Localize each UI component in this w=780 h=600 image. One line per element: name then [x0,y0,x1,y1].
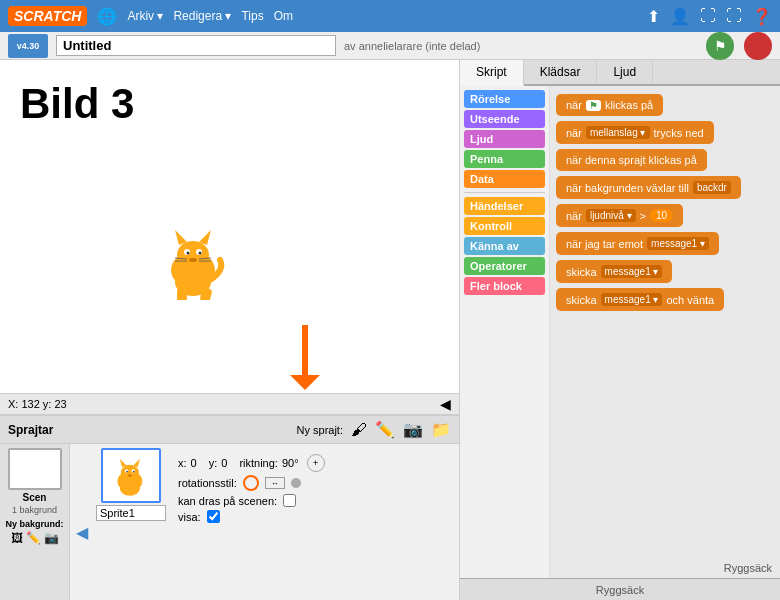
backpack-bottom-label[interactable]: Ryggsäck [724,562,772,574]
svg-point-1 [177,241,209,269]
drag-row: kan dras på scenen: [178,494,325,507]
drag-checkbox[interactable] [283,494,296,507]
tab-script[interactable]: Skript [460,60,524,86]
categories-panel: Rörelse Utseende Ljud Penna Data Händels… [460,86,550,578]
rotation-none-btn[interactable] [291,478,301,488]
bg-photo-icon[interactable]: 📷 [44,531,59,545]
photo-sprite-icon[interactable]: 📷 [403,420,423,439]
scene-panel: Scen 1 bakgrund Ny bakgrund: 🖼 ✏️ 📷 [0,444,70,600]
block-sprite-click[interactable]: när denna sprajt klickas på [556,149,707,171]
rotation-circle-btn[interactable] [243,475,259,491]
coords-display: X: 132 y: 23 [8,398,67,410]
cat-penna[interactable]: Penna [464,150,545,168]
paint-sprite-icon[interactable]: 🖌 [351,421,367,439]
blocks-panel: Rörelse Utseende Ljud Penna Data Händels… [460,86,780,578]
block-send-text: skicka [566,266,597,278]
globe-icon[interactable]: 🌐 [97,7,117,26]
block-send-wait-suffix: och vänta [666,294,714,306]
cat-kontroll[interactable]: Kontroll [464,217,545,235]
rotation-lr-btn[interactable]: ↔ [265,477,285,489]
cat-handelser[interactable]: Händelser [464,197,545,215]
svg-marker-21 [133,459,140,467]
bg-paint-icon[interactable]: 🖼 [11,531,23,545]
show-label: visa: [178,511,201,523]
dir-control[interactable]: + [307,454,325,472]
edit-sprite-icon[interactable]: ✏️ [375,420,395,439]
stop-button[interactable] [744,32,772,60]
x-label: x: [178,457,187,469]
cat-kannav[interactable]: Känna av [464,237,545,255]
sprite-item[interactable] [96,448,166,596]
project-title-input[interactable] [56,35,336,56]
expand-icon[interactable]: ⛶ [700,7,716,25]
stage-area: Bild 3 [0,60,460,600]
sprite-coords-row: x: 0 y: 0 riktning: 90° + [178,454,325,472]
stage-canvas[interactable]: Bild 3 [0,60,459,394]
new-sprite-label: Ny sprajt: [297,424,343,436]
nav-arkiv[interactable]: Arkiv ▾ [127,9,163,23]
block-key-dropdown[interactable]: mellanslag ▾ [586,126,650,139]
flag-block-icon: ⚑ [586,100,601,111]
top-bar: SCRATCH 🌐 Arkiv ▾ Redigera ▾ Tips Om ⬆ 👤… [0,0,780,32]
cat-data[interactable]: Data [464,170,545,188]
dir-value: 90° [282,457,299,469]
block-send-wait[interactable]: skicka message1 ▾ och vänta [556,288,724,311]
block-key-suffix: trycks ned [654,127,704,139]
person-icon[interactable]: 👤 [670,7,690,26]
cat-operatorer[interactable]: Operatorer [464,257,545,275]
block-flag-click[interactable]: när ⚑ klickas på [556,94,663,116]
svg-rect-14 [177,288,187,300]
cat-utseende[interactable]: Utseende [464,110,545,128]
block-receive-text: när jag tar emot [566,238,643,250]
backpack-bar[interactable]: Ryggsäck [460,578,780,600]
bg-label: Ny bakgrund: [5,519,63,529]
block-flag-suffix: klickas på [605,99,653,111]
rotation-row: rotationsstil: ↔ [178,475,325,491]
block-key-press[interactable]: när mellanslag ▾ trycks ned [556,121,714,144]
block-sound-num[interactable]: 10 [650,209,673,222]
help-icon[interactable]: ❓ [752,7,772,26]
sprite-name-input[interactable] [96,505,166,521]
block-backdrop-switch[interactable]: när bakgrunden växlar till backdr [556,176,741,199]
nav-redigera[interactable]: Redigera ▾ [173,9,231,23]
sprite-scroll-left[interactable]: ◀ [74,468,90,596]
block-sound-dropdown[interactable]: ljudnivå ▾ [586,209,636,222]
bg-count: 1 bakgrund [12,505,57,515]
svg-point-6 [187,252,190,255]
svg-marker-20 [120,459,127,467]
svg-point-25 [133,471,135,473]
rotation-label: rotationsstil: [178,477,237,489]
block-send[interactable]: skicka message1 ▾ [556,260,672,283]
cat-flerblock[interactable]: Fler block [464,277,545,295]
nav-om[interactable]: Om [274,9,293,23]
tab-costumes[interactable]: Klädsar [524,60,598,84]
block-sound-level[interactable]: när ljudnivå ▾ > 10 [556,204,683,227]
stage-resize-icon[interactable]: ◀ [440,396,451,412]
tab-sound[interactable]: Ljud [597,60,653,84]
block-send-wait-dropdown[interactable]: message1 ▾ [601,293,663,306]
main-content: Bild 3 [0,60,780,600]
block-receive-dropdown[interactable]: message1 ▾ [647,237,709,250]
stage-label: Bild 3 [0,60,459,148]
y-label: y: [209,457,218,469]
blocks-list: när ⚑ klickas på när mellanslag ▾ trycks… [550,86,780,578]
block-receive[interactable]: när jag tar emot message1 ▾ [556,232,719,255]
upload-icon[interactable]: ⬆ [647,7,660,26]
block-send-dropdown[interactable]: message1 ▾ [601,265,663,278]
folder-sprite-icon[interactable]: 📁 [431,420,451,439]
cat-rorelser[interactable]: Rörelse [464,90,545,108]
nav-tips[interactable]: Tips [241,9,263,23]
scratch-logo[interactable]: SCRATCH [8,6,87,26]
block-sprite-click-text: när denna sprajt klickas på [566,154,697,166]
block-sound-nar: när [566,210,582,222]
show-row: visa: [178,510,325,523]
bg-edit-icon[interactable]: ✏️ [26,531,41,545]
cat-divider [464,192,545,193]
green-flag-button[interactable]: ⚑ [706,32,734,60]
scene-thumb[interactable] [8,448,62,490]
block-backdrop-dropdown[interactable]: backdr [693,181,731,194]
show-checkbox[interactable] [207,510,220,523]
cat-ljud[interactable]: Ljud [464,130,545,148]
svg-point-7 [199,252,202,255]
compress-icon[interactable]: ⛶ [726,7,742,25]
